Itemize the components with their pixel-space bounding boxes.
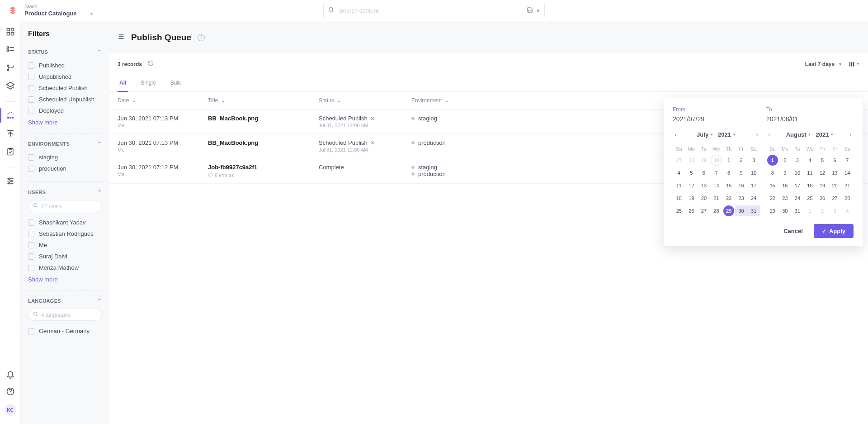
app-logo[interactable] [8, 6, 17, 15]
save-icon[interactable] [527, 7, 533, 14]
search-icon [328, 7, 335, 14]
svg-line-1 [332, 10, 334, 12]
stack-label: Stack [24, 3, 94, 10]
chevron-down-icon: ▼ [90, 11, 94, 17]
svg-point-0 [329, 7, 333, 11]
chevron-down-icon[interactable]: ▾ [537, 7, 540, 14]
top-header: Stack Product Catalogue▼ ▾ [0, 0, 868, 21]
stack-name: Product Catalogue [24, 10, 77, 18]
global-search[interactable]: ▾ [323, 3, 545, 18]
search-input[interactable] [339, 7, 522, 14]
stack-selector[interactable]: Stack Product Catalogue▼ [24, 3, 94, 17]
